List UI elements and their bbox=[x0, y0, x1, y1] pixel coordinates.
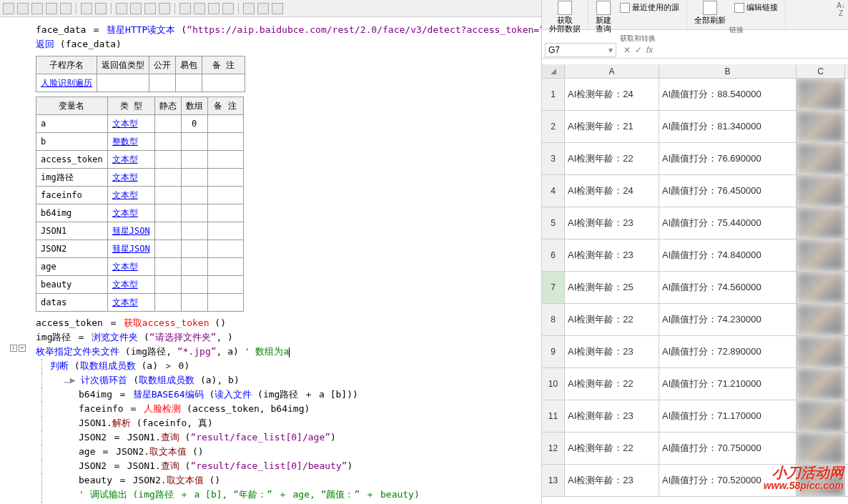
toolbar-btn[interactable] bbox=[60, 3, 72, 14]
cell[interactable]: AI颜值打分：76.690000 bbox=[659, 143, 797, 174]
toolbar-btn[interactable] bbox=[272, 3, 283, 14]
image-cell[interactable] bbox=[797, 239, 845, 271]
table-row[interactable]: 4AI检测年龄：24AI颜值打分：76.450000 bbox=[542, 175, 848, 207]
toolbar-btn[interactable] bbox=[3, 3, 14, 14]
code-editor[interactable]: face_data ＝ 彗星HTTP读文本 (“https://aip.baid… bbox=[0, 17, 541, 504]
toolbar-btn[interactable] bbox=[116, 3, 127, 14]
cell[interactable]: AI检测年龄：25 bbox=[565, 272, 659, 303]
table-row[interactable]: 6AI检测年龄：23AI颜值打分：74.840000 bbox=[542, 239, 848, 272]
cell[interactable]: AI检测年龄：22 bbox=[565, 143, 659, 174]
refresh-all-button[interactable]: 全部刷新 bbox=[691, 0, 729, 25]
row-header[interactable]: 12 bbox=[542, 433, 565, 464]
table-row[interactable]: 10AI检测年龄：22AI颜值打分：71.210000 bbox=[542, 368, 848, 400]
type-link[interactable]: 文本型 bbox=[112, 262, 138, 272]
table-row[interactable]: 13AI检测年龄：23AI颜值打分：70.520000 bbox=[542, 465, 848, 497]
row-header[interactable]: 3 bbox=[542, 143, 565, 174]
toolbar-btn[interactable] bbox=[179, 3, 191, 14]
table-row[interactable]: datas文本型 bbox=[36, 294, 244, 312]
toolbar-btn[interactable] bbox=[194, 3, 205, 14]
cell[interactable]: AI颜值打分：74.840000 bbox=[659, 239, 797, 271]
table-row[interactable]: 2AI检测年龄：21AI颜值打分：81.340000 bbox=[542, 111, 848, 143]
cell[interactable]: AI检测年龄：21 bbox=[565, 111, 659, 142]
table-row[interactable]: faceinfo文本型 bbox=[36, 187, 244, 204]
col-header-a[interactable]: A bbox=[565, 64, 659, 78]
toolbar-btn[interactable] bbox=[130, 3, 142, 14]
table-row[interactable]: JSON1彗星JSON bbox=[36, 222, 244, 240]
select-all-corner[interactable] bbox=[542, 64, 565, 78]
table-row[interactable]: 8AI检测年龄：22AI颜值打分：74.230000 bbox=[542, 304, 848, 336]
recent-sources-button[interactable]: 最近使用的源 bbox=[617, 1, 682, 14]
image-cell[interactable] bbox=[797, 368, 845, 400]
toolbar-btn[interactable] bbox=[46, 3, 57, 14]
row-header[interactable]: 6 bbox=[542, 239, 565, 271]
table-row[interactable]: 9AI检测年龄：23AI颜值打分：72.890000 bbox=[542, 336, 848, 368]
table-row[interactable]: JSON2彗星JSON bbox=[36, 240, 244, 258]
cell[interactable]: AI检测年龄：24 bbox=[565, 175, 659, 207]
cell[interactable]: AI检测年龄：23 bbox=[565, 336, 659, 367]
formula-input[interactable] bbox=[657, 43, 848, 57]
table-row[interactable]: img路径文本型 bbox=[36, 169, 244, 187]
toolbar-btn[interactable] bbox=[222, 3, 234, 14]
table-row[interactable]: b64img文本型 bbox=[36, 204, 244, 222]
table-row[interactable]: beauty文本型 bbox=[36, 276, 244, 294]
subprogram-name[interactable]: 人脸识别遍历 bbox=[41, 78, 92, 88]
col-header-c[interactable]: C bbox=[797, 64, 845, 78]
image-cell[interactable] bbox=[797, 465, 845, 496]
cell[interactable]: AI颜值打分：76.450000 bbox=[659, 175, 797, 207]
row-header[interactable]: 4 bbox=[542, 175, 565, 207]
name-box[interactable]: G7 ▾ bbox=[545, 43, 616, 57]
cell[interactable]: AI颜值打分：71.210000 bbox=[659, 368, 797, 400]
toolbar-btn[interactable] bbox=[159, 3, 170, 14]
toolbar-btn[interactable] bbox=[257, 3, 269, 14]
cell[interactable]: AI检测年龄：22 bbox=[565, 433, 659, 464]
cell[interactable]: AI颜值打分：74.560000 bbox=[659, 272, 797, 303]
type-link[interactable]: 文本型 bbox=[112, 297, 138, 307]
spreadsheet[interactable]: A B C 1AI检测年龄：24AI颜值打分：88.5400002AI检测年龄：… bbox=[542, 64, 848, 497]
type-link[interactable]: 文本型 bbox=[112, 172, 138, 182]
image-cell[interactable] bbox=[797, 336, 845, 367]
table-row[interactable]: 3AI检测年龄：22AI颜值打分：76.690000 bbox=[542, 143, 848, 175]
dropdown-icon[interactable]: ▾ bbox=[608, 45, 613, 55]
table-row[interactable]: access_token文本型 bbox=[36, 151, 244, 169]
fx-icon[interactable]: fx bbox=[646, 45, 653, 55]
image-cell[interactable] bbox=[797, 79, 845, 110]
cell[interactable]: AI检测年龄：23 bbox=[565, 400, 659, 432]
row-header[interactable]: 11 bbox=[542, 400, 565, 432]
image-cell[interactable] bbox=[797, 272, 845, 303]
type-link[interactable]: 文本型 bbox=[112, 190, 138, 200]
toolbar-btn[interactable] bbox=[243, 3, 255, 14]
toolbar-btn[interactable] bbox=[17, 3, 29, 14]
image-cell[interactable] bbox=[797, 304, 845, 335]
cell[interactable]: AI颜值打分：74.230000 bbox=[659, 304, 797, 335]
cell[interactable]: AI检测年龄：24 bbox=[565, 79, 659, 110]
type-link[interactable]: 文本型 bbox=[112, 208, 138, 218]
toolbar-btn[interactable] bbox=[95, 3, 107, 14]
type-link[interactable]: 彗星JSON bbox=[112, 244, 150, 254]
cell[interactable]: AI检测年龄：23 bbox=[565, 239, 659, 271]
sort-button[interactable]: A↓Z bbox=[837, 1, 845, 17]
image-cell[interactable] bbox=[797, 111, 845, 142]
cancel-icon[interactable]: ✕ bbox=[623, 45, 631, 55]
toolbar-btn[interactable] bbox=[81, 3, 92, 14]
cell[interactable]: AI检测年龄：22 bbox=[565, 368, 659, 400]
type-link[interactable]: 文本型 bbox=[112, 280, 138, 290]
row-header[interactable]: 10 bbox=[542, 368, 565, 400]
type-link[interactable]: 彗星JSON bbox=[112, 226, 150, 236]
cell[interactable]: AI检测年龄：22 bbox=[565, 304, 659, 335]
table-row[interactable]: 7AI检测年龄：25AI颜值打分：74.560000 bbox=[542, 272, 848, 304]
gutter-marker[interactable]: ↕+ bbox=[10, 345, 26, 352]
row-header[interactable]: 9 bbox=[542, 336, 565, 367]
cell[interactable]: AI颜值打分：70.520000 bbox=[659, 465, 797, 496]
cell[interactable]: AI颜值打分：71.170000 bbox=[659, 400, 797, 432]
toolbar-btn[interactable] bbox=[208, 3, 220, 14]
toolbar-btn[interactable] bbox=[31, 3, 43, 14]
image-cell[interactable] bbox=[797, 433, 845, 464]
cell[interactable]: AI颜值打分：81.340000 bbox=[659, 111, 797, 142]
cell[interactable]: AI颜值打分：75.440000 bbox=[659, 207, 797, 239]
col-header-b[interactable]: B bbox=[659, 64, 797, 78]
image-cell[interactable] bbox=[797, 207, 845, 239]
image-cell[interactable] bbox=[797, 143, 845, 174]
row-header[interactable]: 7 bbox=[542, 272, 565, 303]
get-external-data-button[interactable]: 获取 外部数据 bbox=[546, 0, 583, 34]
row-header[interactable]: 2 bbox=[542, 111, 565, 142]
